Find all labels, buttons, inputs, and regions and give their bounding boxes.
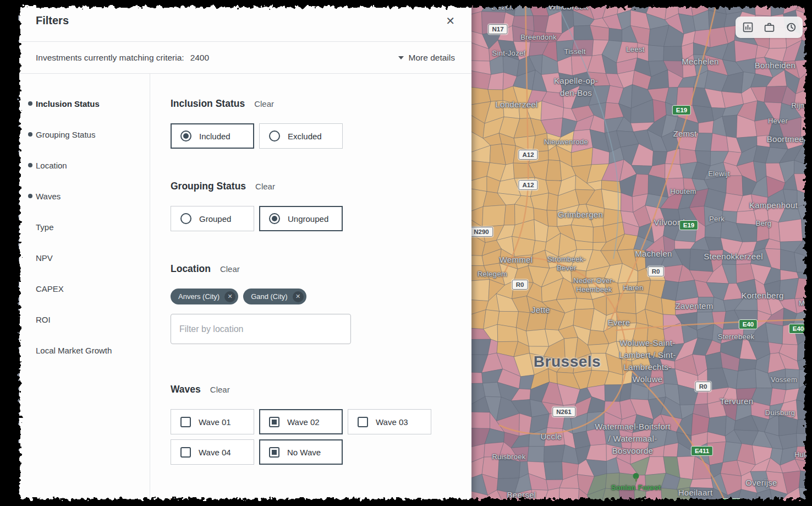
caret-down-icon [398, 56, 404, 59]
briefcase-button[interactable] [760, 18, 778, 37]
sidebar-item-label: CAPEX [36, 284, 64, 293]
section-waves: Waves Clear Wave 01 Wave 02 [171, 384, 471, 465]
panel-body: Inclusion Status Grouping Status Locatio… [19, 74, 471, 506]
sidebar-item-label: Grouping Status [36, 130, 95, 139]
chip-remove-icon[interactable]: ✕ [293, 291, 304, 302]
map-canvas[interactable]: LiezeleWillebroekBreendonkSint-JozefTiss… [471, 0, 812, 506]
sidebar-item-label: NPV [36, 253, 53, 263]
sidebar-item-label: ROI [36, 315, 51, 324]
inclusion-options: Included Excluded [171, 123, 432, 149]
checkbox-icon [180, 417, 191, 427]
sidebar-item-label: Local Market Growth [36, 346, 112, 355]
checkbox-option[interactable]: Wave 02 [259, 409, 343, 434]
grouping-options: Grouped Ungrouped [171, 206, 432, 231]
location-chip: Anvers (City) ✕ [171, 289, 238, 304]
history-button[interactable] [781, 18, 800, 37]
location-chips: Anvers (City) ✕ Gand (City) ✕ [171, 289, 471, 304]
app-window: LiezeleWillebroekBreendonkSint-JozefTiss… [0, 0, 812, 506]
radio-option-label: Grouped [199, 214, 231, 224]
sidebar-item[interactable]: Location [19, 150, 150, 181]
more-details-button[interactable]: More details [398, 53, 455, 63]
checkbox-option-label: No Wave [287, 448, 321, 457]
section-title: Grouping Status [171, 181, 246, 192]
location-chip: Gand (City) ✕ [243, 289, 306, 304]
checkbox-icon [180, 447, 191, 458]
checkbox-icon [269, 417, 279, 427]
section-location: Location Clear Anvers (City) ✕ Gand (Cit… [171, 263, 471, 344]
waves-options: Wave 01 Wave 02 Wave 03 Wave 04 [171, 409, 432, 465]
map-regions [471, 0, 812, 506]
checkbox-option[interactable]: No Wave [259, 439, 343, 465]
panel-header: Filters ✕ [19, 0, 471, 42]
active-filter-dot-icon [28, 132, 32, 137]
checkbox-option-label: Wave 04 [199, 448, 231, 457]
checkbox-option-label: Wave 01 [199, 417, 231, 427]
forest-tree-icon [632, 473, 640, 482]
criteria-value: 2400 [190, 53, 209, 63]
active-filter-dot-icon [28, 163, 32, 167]
section-inclusion-status: Inclusion Status Clear Included Excluded [171, 98, 471, 149]
active-filter-dot-icon [28, 194, 32, 198]
panel-title: Filters [36, 14, 69, 27]
clear-button[interactable]: Clear [255, 182, 275, 191]
section-title: Location [171, 263, 211, 275]
radio-icon [269, 130, 280, 142]
checkbox-option[interactable]: Wave 01 [171, 409, 254, 434]
section-grouping-status: Grouping Status Clear Grouped Ungrouped [171, 181, 471, 231]
sidebar-item[interactable]: ROI [19, 304, 150, 335]
bar-chart-button[interactable] [738, 18, 757, 37]
radio-icon [180, 213, 191, 224]
checkbox-option-label: Wave 02 [287, 417, 320, 427]
criteria-bar: Investments currently matching criteria:… [19, 42, 471, 74]
section-type: Type [171, 497, 471, 506]
clear-button[interactable]: Clear [220, 264, 240, 274]
clear-button[interactable]: Clear [254, 99, 274, 108]
radio-option[interactable]: Ungrouped [259, 206, 343, 231]
radio-icon [269, 213, 280, 224]
radio-option[interactable]: Grouped [171, 206, 254, 231]
location-chip-label: Gand (City) [251, 292, 287, 301]
sidebar-item-label: Inclusion Status [36, 99, 100, 108]
checkbox-option[interactable]: Wave 04 [171, 439, 254, 465]
active-filter-dot-icon [28, 101, 32, 106]
clear-button[interactable]: Clear [210, 385, 230, 394]
location-chip-label: Anvers (City) [178, 292, 220, 301]
section-title: Inclusion Status [171, 98, 245, 110]
sidebar-item[interactable]: Type [19, 211, 150, 242]
checkbox-icon [269, 447, 279, 458]
history-icon [785, 21, 797, 33]
sidebar-item-label: Location [36, 161, 67, 170]
sidebar-item-label: Type [36, 222, 54, 232]
radio-option-label: Excluded [288, 132, 322, 141]
sidebar-item[interactable]: CAPEX [19, 273, 150, 304]
briefcase-icon [764, 21, 775, 33]
radio-option[interactable]: Excluded [259, 123, 343, 149]
more-details-label: More details [409, 53, 455, 63]
location-filter-input[interactable] [171, 314, 351, 344]
radio-option-label: Ungrouped [288, 214, 328, 224]
chip-remove-icon[interactable]: ✕ [224, 291, 235, 302]
sidebar-item[interactable]: Inclusion Status [19, 88, 150, 119]
radio-icon [180, 130, 191, 142]
radio-option-label: Included [199, 132, 231, 141]
criteria-label: Investments currently matching criteria: [36, 53, 184, 63]
filter-nav: Inclusion Status Grouping Status Locatio… [19, 74, 150, 506]
close-icon[interactable]: ✕ [446, 15, 455, 26]
sidebar-item[interactable]: Grouping Status [19, 119, 150, 150]
section-title: Type [171, 497, 193, 506]
sidebar-item[interactable]: Local Market Growth [19, 335, 150, 366]
sidebar-item-label: Waves [36, 192, 61, 201]
checkbox-option-label: Wave 03 [376, 417, 408, 427]
checkbox-icon [358, 417, 368, 427]
sidebar-item[interactable]: NPV [19, 242, 150, 273]
section-title: Waves [171, 384, 201, 395]
checkbox-option[interactable]: Wave 03 [348, 409, 431, 434]
bar-chart-icon [742, 21, 754, 33]
filters-panel: Filters ✕ Investments currently matching… [19, 0, 471, 506]
radio-option[interactable]: Included [171, 123, 254, 149]
sidebar-item[interactable]: Waves [19, 181, 150, 211]
map-toolbar [736, 17, 803, 38]
filter-content: Inclusion Status Clear Included Excluded [150, 74, 471, 506]
